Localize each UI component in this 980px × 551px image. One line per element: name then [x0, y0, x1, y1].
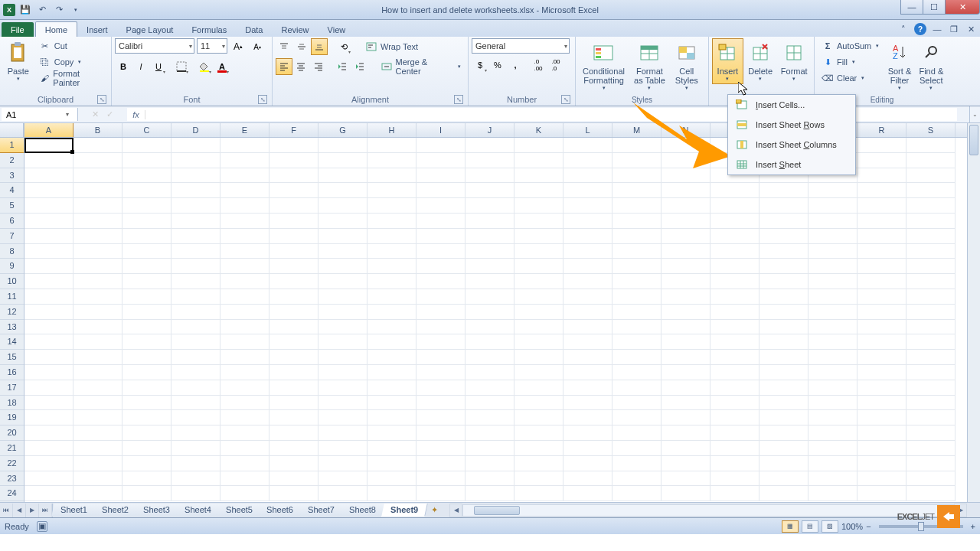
- cell[interactable]: [368, 486, 416, 501]
- cell[interactable]: [172, 456, 220, 471]
- cell[interactable]: [220, 441, 270, 456]
- cell[interactable]: [172, 396, 220, 411]
- cell[interactable]: [564, 244, 612, 259]
- workbook-minimize-icon[interactable]: —: [931, 23, 943, 35]
- cell[interactable]: [808, 305, 858, 320]
- cell[interactable]: [906, 229, 956, 244]
- cell[interactable]: [710, 334, 760, 350]
- tab-insert[interactable]: Insert: [77, 22, 117, 37]
- cell[interactable]: [514, 244, 564, 259]
- cell[interactable]: [24, 138, 74, 153]
- cell[interactable]: [612, 486, 662, 501]
- cell[interactable]: [220, 425, 270, 441]
- cell[interactable]: [220, 244, 270, 259]
- cell[interactable]: [24, 396, 74, 411]
- font-launcher-icon[interactable]: ⤡: [258, 95, 267, 104]
- cell[interactable]: [172, 274, 220, 289]
- cell[interactable]: [466, 198, 514, 214]
- cell[interactable]: [74, 274, 122, 289]
- cell[interactable]: [24, 289, 74, 305]
- align-center-icon[interactable]: [293, 58, 310, 75]
- cell[interactable]: [122, 259, 172, 274]
- cell[interactable]: [24, 244, 74, 259]
- workbook-close-icon[interactable]: ✕: [965, 23, 977, 35]
- sheet-tab[interactable]: Sheet6: [258, 504, 303, 517]
- delete-cells-button[interactable]: Delete▾: [745, 38, 776, 84]
- cell[interactable]: [318, 229, 368, 244]
- cell[interactable]: [368, 456, 416, 471]
- cell[interactable]: [318, 259, 368, 274]
- cell[interactable]: [416, 425, 466, 441]
- cell[interactable]: [612, 410, 662, 425]
- cell[interactable]: [612, 396, 662, 411]
- cell[interactable]: [172, 289, 220, 305]
- row-header[interactable]: 21: [0, 441, 24, 456]
- cell[interactable]: [662, 168, 710, 184]
- cell[interactable]: [808, 380, 858, 396]
- cell[interactable]: [368, 334, 416, 350]
- cell[interactable]: [270, 425, 318, 441]
- zoom-level[interactable]: 100%: [841, 522, 863, 531]
- row-header[interactable]: 17: [0, 380, 24, 396]
- cell[interactable]: [564, 305, 612, 320]
- cell[interactable]: [612, 214, 662, 229]
- cell[interactable]: [74, 183, 122, 198]
- cell[interactable]: [808, 396, 858, 411]
- cell[interactable]: [368, 183, 416, 198]
- cell[interactable]: [24, 274, 74, 289]
- cell[interactable]: [318, 425, 368, 441]
- cell[interactable]: [220, 350, 270, 365]
- cell[interactable]: [858, 410, 906, 425]
- cell[interactable]: [662, 229, 710, 244]
- cell[interactable]: [906, 350, 956, 365]
- cell[interactable]: [416, 259, 466, 274]
- cell[interactable]: [564, 365, 612, 380]
- cell[interactable]: [466, 274, 514, 289]
- cell[interactable]: [906, 456, 956, 471]
- column-header[interactable]: F: [270, 123, 318, 137]
- cell[interactable]: [564, 153, 612, 168]
- cell[interactable]: [270, 471, 318, 487]
- cell[interactable]: [760, 320, 808, 335]
- cell[interactable]: [612, 305, 662, 320]
- cell[interactable]: [220, 153, 270, 168]
- cell[interactable]: [466, 229, 514, 244]
- cell[interactable]: [514, 153, 564, 168]
- cell[interactable]: [564, 380, 612, 396]
- cell[interactable]: [760, 289, 808, 305]
- cell[interactable]: [220, 214, 270, 229]
- cell[interactable]: [122, 168, 172, 184]
- cell[interactable]: [612, 456, 662, 471]
- cell[interactable]: [612, 229, 662, 244]
- row-header[interactable]: 19: [0, 410, 24, 425]
- cell[interactable]: [24, 153, 74, 168]
- cell[interactable]: [122, 471, 172, 487]
- cell[interactable]: [368, 214, 416, 229]
- cell[interactable]: [612, 244, 662, 259]
- cell[interactable]: [662, 244, 710, 259]
- cell[interactable]: [24, 410, 74, 425]
- number-format-combo[interactable]: General▾: [472, 38, 570, 54]
- cell[interactable]: [122, 214, 172, 229]
- percent-icon[interactable]: %: [489, 57, 506, 73]
- fill-color-button[interactable]: ▾: [196, 58, 213, 75]
- normal-view-button[interactable]: ▦: [782, 520, 799, 533]
- cell[interactable]: [760, 244, 808, 259]
- cell[interactable]: [74, 214, 122, 229]
- cell[interactable]: [220, 198, 270, 214]
- cell[interactable]: [466, 350, 514, 365]
- cell[interactable]: [514, 138, 564, 153]
- cell[interactable]: [416, 486, 466, 501]
- cell[interactable]: [808, 229, 858, 244]
- cell[interactable]: [760, 380, 808, 396]
- cell[interactable]: [662, 486, 710, 501]
- cell[interactable]: [172, 214, 220, 229]
- align-middle-icon[interactable]: [293, 38, 310, 55]
- cell[interactable]: [564, 214, 612, 229]
- cell[interactable]: [416, 320, 466, 335]
- cell[interactable]: [808, 320, 858, 335]
- cell[interactable]: [122, 365, 172, 380]
- clipboard-launcher-icon[interactable]: ⤡: [97, 95, 106, 104]
- cell[interactable]: [24, 380, 74, 396]
- cell[interactable]: [416, 305, 466, 320]
